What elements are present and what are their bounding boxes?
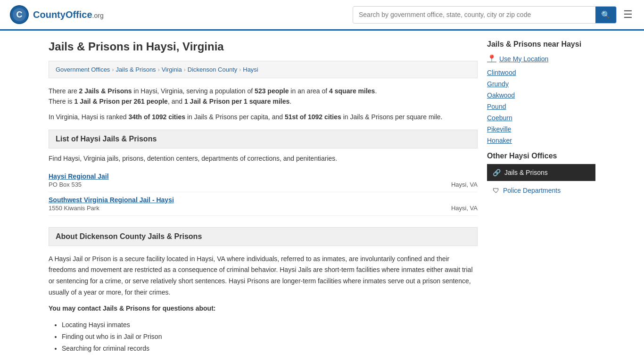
list-section-header: List of Haysi Jails & Prisons [49, 130, 478, 148]
about-section: A Haysi Jail or Prison is a secure facil… [49, 254, 478, 355]
hamburger-menu-button[interactable]: ☰ [621, 7, 635, 23]
breadcrumb-item-haysi[interactable]: Haysi [243, 66, 258, 73]
about-section-header: About Dickenson County Jails & Prisons [49, 227, 478, 246]
nearby-link-grundy[interactable]: Grundy [487, 80, 595, 88]
facility-address-1: PO Box 535 [49, 181, 82, 188]
about-text: A Haysi Jail or Prison is a secure facil… [49, 254, 478, 298]
use-my-location-link[interactable]: 📍 Use My Location [487, 54, 595, 63]
site-header: C CountyOffice.org 🔍 ☰ [0, 0, 644, 31]
breadcrumb-item-dickenson-county[interactable]: Dickenson County [188, 66, 238, 73]
contact-item-1: Locating Haysi inmates [62, 319, 478, 331]
facility-link-2[interactable]: Southwest Virginia Regional Jail - Haysi [49, 196, 174, 204]
contact-item-3: Searching for criminal records [62, 343, 478, 354]
breadcrumb: Government Offices › Jails & Prisons › V… [49, 61, 478, 78]
office-item-police-departments[interactable]: 🛡 Police Departments [487, 182, 595, 199]
intro-text-2: In Virginia, Haysi is ranked 34th of 109… [49, 112, 478, 122]
search-button[interactable]: 🔍 [595, 7, 616, 23]
logo-text: CountyOffice.org [33, 9, 104, 20]
facility-entry-1: Haysi Regional Jail PO Box 535 Haysi, VA [49, 169, 478, 192]
list-description: Find Haysi, Virginia jails, prisons, det… [49, 153, 478, 164]
facility-address-2: 1550 Kiwanis Park [49, 205, 99, 212]
nearby-link-pound[interactable]: Pound [487, 103, 595, 110]
nearby-section-title: Jails & Prisons near Haysi [487, 40, 595, 49]
facility-city-1: Haysi, VA [451, 181, 478, 188]
breadcrumb-item-virginia[interactable]: Virginia [162, 66, 182, 73]
office-item-jails-prisons[interactable]: 🔗 Jails & Prisons [487, 164, 595, 181]
main-content: Jails & Prisons in Haysi, Virginia Gover… [49, 40, 478, 354]
facility-entry-2: Southwest Virginia Regional Jail - Haysi… [49, 192, 478, 216]
logo[interactable]: C CountyOffice.org [9, 5, 104, 25]
nearby-link-pikeville[interactable]: Pikeville [487, 125, 595, 133]
svg-text:C: C [17, 10, 23, 19]
logo-icon: C [9, 5, 29, 25]
page-title: Jails & Prisons in Haysi, Virginia [49, 40, 478, 53]
nearby-link-honaker[interactable]: Honaker [487, 137, 595, 144]
facility-link-1[interactable]: Haysi Regional Jail [49, 173, 109, 180]
nearby-link-clintwood[interactable]: Clintwood [487, 69, 595, 76]
sidebar: Jails & Prisons near Haysi 📍 Use My Loca… [487, 40, 595, 354]
other-offices-title: Other Haysi Offices [487, 152, 595, 160]
office-item-police-label[interactable]: Police Departments [503, 187, 561, 194]
contact-title: You may contact Jails & Prisons for ques… [49, 303, 478, 314]
breadcrumb-item-jails-prisons[interactable]: Jails & Prisons [116, 66, 156, 73]
contact-list: Locating Haysi inmates Finding out who i… [49, 319, 478, 355]
jails-prisons-icon: 🔗 [493, 169, 501, 176]
search-box: 🔍 [353, 6, 617, 24]
main-container: Jails & Prisons in Haysi, Virginia Gover… [39, 31, 605, 362]
nearby-link-coeburn[interactable]: Coeburn [487, 114, 595, 122]
location-pin-icon: 📍 [487, 54, 496, 63]
office-item-jails-label: Jails & Prisons [504, 169, 548, 176]
intro-text-1: There are 2 Jails & Prisons in Haysi, Vi… [49, 86, 478, 107]
search-input[interactable] [353, 7, 595, 22]
header-right: 🔍 ☰ [353, 6, 635, 24]
police-icon: 🛡 [493, 187, 499, 194]
breadcrumb-item-government-offices[interactable]: Government Offices [56, 66, 110, 73]
nearby-link-oakwood[interactable]: Oakwood [487, 91, 595, 99]
facility-city-2: Haysi, VA [451, 205, 478, 212]
contact-item-2: Finding out who is in Jail or Prison [62, 331, 478, 343]
